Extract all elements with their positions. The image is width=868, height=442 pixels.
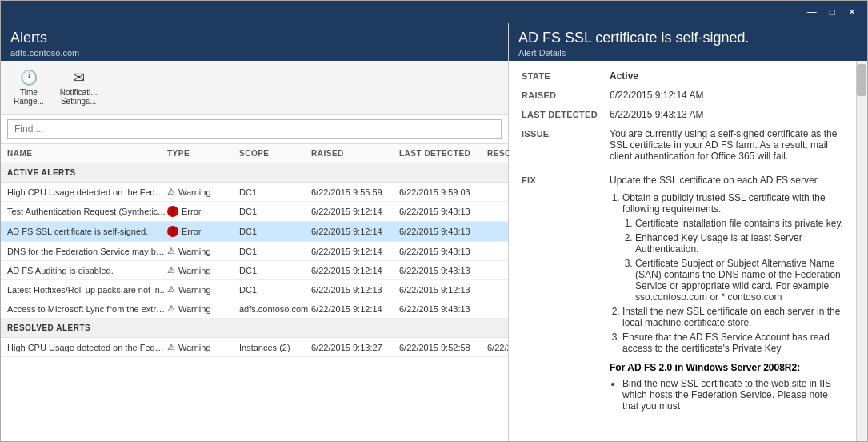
- alert-type-label: Warning: [178, 266, 211, 275]
- fix-bold-header: For AD FS 2.0 in Windows Server 2008R2:: [610, 362, 843, 373]
- alert-scope: DC1: [239, 247, 311, 256]
- alert-type: ⚠Warning: [167, 187, 239, 197]
- active-alert-row[interactable]: DNS for the Federation Service may be...…: [1, 242, 508, 261]
- alert-last-detected: 6/22/2015 9:52:58: [399, 343, 487, 352]
- maximize-button[interactable]: □: [825, 5, 840, 19]
- alert-raised: 6/22/2015 9:13:27: [311, 343, 399, 352]
- toolbar: 🕐 Time Range... ✉ Notificati... Settings…: [1, 61, 508, 115]
- notification-label: Notificati... Settings...: [60, 88, 98, 106]
- title-bar: — □ ✕: [1, 1, 867, 23]
- state-row: STATE Active: [522, 70, 843, 82]
- alert-raised: 6/22/2015 9:55:59: [311, 187, 399, 197]
- scrollbar[interactable]: [856, 61, 867, 441]
- active-alert-row[interactable]: AD FS SSL certificate is self-signed. !E…: [1, 222, 508, 242]
- alert-name: DNS for the Federation Service may be...: [7, 247, 167, 256]
- search-input[interactable]: [7, 119, 502, 139]
- alert-scope: DC1: [239, 285, 311, 295]
- alert-last-detected: 6/22/2015 9:43:13: [399, 227, 487, 236]
- right-panel: AD FS SSL certificate is self-signed. Al…: [509, 23, 867, 441]
- notification-settings-button[interactable]: ✉ Notificati... Settings...: [54, 66, 104, 109]
- active-alert-row[interactable]: Latest Hotfixes/Roll up packs are not in…: [1, 280, 508, 299]
- alert-last-detected: 6/22/2015 9:43:13: [399, 207, 487, 216]
- alert-last-detected: 6/22/2015 9:43:13: [399, 266, 487, 275]
- alert-type: ⚠Warning: [167, 284, 239, 295]
- scrollbar-thumb: [857, 64, 866, 96]
- left-panel-subtitle: adfs.contoso.com: [10, 48, 498, 58]
- fix-sub-1a: Certificate installation file contains i…: [635, 218, 843, 229]
- warning-icon: ⚠: [167, 265, 175, 275]
- alert-name: AD FS SSL certificate is self-signed.: [7, 227, 167, 236]
- fix-bullets: Bind the new SSL certificate to the web …: [622, 378, 843, 412]
- email-icon: ✉: [73, 69, 85, 86]
- fix-step-1: Obtain a publicly trusted SSL certificat…: [622, 192, 843, 303]
- raised-value: 6/22/2015 9:12:14 AM: [610, 90, 843, 101]
- fix-steps-list: Obtain a publicly trusted SSL certificat…: [622, 192, 843, 354]
- alert-type: !Error: [167, 206, 239, 217]
- minimize-button[interactable]: —: [802, 5, 822, 19]
- alert-name: High CPU Usage detected on the Feder...: [7, 343, 167, 352]
- alert-scope: DC1: [239, 266, 311, 275]
- col-type: TYPE: [167, 149, 239, 158]
- active-alert-row[interactable]: AD FS Auditing is disabled. ⚠Warning DC1…: [1, 261, 508, 280]
- main-container: Alerts adfs.contoso.com 🕐 Time Range... …: [1, 23, 867, 441]
- fix-sub-1b: Enhanced Key Usage is at least Server Au…: [635, 232, 843, 255]
- warning-icon: ⚠: [167, 303, 175, 314]
- alert-type-label: Warning: [178, 187, 211, 197]
- alert-raised: 6/22/2015 9:12:14: [311, 304, 399, 314]
- alert-scope: DC1: [239, 227, 311, 236]
- warning-icon: ⚠: [167, 342, 175, 352]
- main-window: — □ ✕ Alerts adfs.contoso.com 🕐 Time Ran…: [0, 0, 868, 442]
- alert-scope: DC1: [239, 207, 311, 216]
- fix-content: Update the SSL certificate on each AD FS…: [610, 175, 843, 415]
- alert-type: ⚠Warning: [167, 265, 239, 275]
- alert-type: !Error: [167, 226, 239, 237]
- warning-icon: ⚠: [167, 284, 175, 295]
- active-alert-row[interactable]: Access to Microsoft Lync from the extra.…: [1, 299, 508, 319]
- issue-value: You are currently using a self-signed ce…: [610, 128, 843, 162]
- col-last-detected: LAST DETECTED: [399, 149, 487, 158]
- table-header: NAME TYPE SCOPE RAISED LAST DETECTED RES…: [1, 144, 508, 163]
- last-detected-label: LAST DETECTED: [522, 109, 610, 120]
- resolved-alerts-list: High CPU Usage detected on the Feder... …: [1, 338, 508, 357]
- raised-row: RAISED 6/22/2015 9:12:14 AM: [522, 90, 843, 101]
- left-panel-title: Alerts: [10, 30, 498, 46]
- detail-subtitle: Alert Details: [518, 48, 858, 58]
- clock-icon: 🕐: [20, 69, 38, 86]
- fix-step-2: Install the new SSL certificate on each …: [622, 306, 843, 328]
- active-alert-row[interactable]: High CPU Usage detected on the Feder... …: [1, 183, 508, 202]
- resolved-alert-row[interactable]: High CPU Usage detected on the Feder... …: [1, 338, 508, 357]
- active-alert-row[interactable]: Test Authentication Request (Synthetic..…: [1, 202, 508, 222]
- alert-name: High CPU Usage detected on the Feder...: [7, 187, 167, 197]
- detail-title: AD FS SSL certificate is self-signed.: [518, 30, 858, 46]
- title-bar-controls: — □ ✕: [802, 5, 861, 19]
- close-button[interactable]: ✕: [843, 5, 861, 19]
- alert-type: ⚠Warning: [167, 342, 239, 352]
- fix-bullet-1: Bind the new SSL certificate to the web …: [622, 378, 843, 412]
- alert-name: Latest Hotfixes/Roll up packs are not in…: [7, 285, 167, 295]
- alert-type: ⚠Warning: [167, 303, 239, 314]
- fix-step-1-text: Obtain a publicly trusted SSL certificat…: [622, 192, 826, 215]
- error-icon: !: [167, 206, 178, 217]
- col-name: NAME: [7, 149, 167, 158]
- alert-type-label: Warning: [178, 304, 211, 314]
- fix-sub-1c: Certificate Subject or Subject Alternati…: [635, 258, 843, 303]
- resolved-alerts-header: RESOLVED ALERTS: [1, 319, 508, 338]
- alert-scope: DC1: [239, 187, 311, 197]
- alert-name: AD FS Auditing is disabled.: [7, 266, 167, 275]
- alert-name: Access to Microsoft Lync from the extra.…: [7, 304, 167, 314]
- alerts-table: ACTIVE ALERTS High CPU Usage detected on…: [1, 163, 508, 441]
- alert-type-label: Error: [182, 207, 201, 216]
- issue-label: ISSUE: [522, 128, 610, 162]
- issue-row: ISSUE You are currently using a self-sig…: [522, 128, 843, 162]
- time-range-button[interactable]: 🕐 Time Range...: [7, 66, 50, 109]
- search-bar: [1, 115, 508, 144]
- alert-type-label: Warning: [178, 285, 211, 295]
- alert-type-label: Warning: [178, 247, 211, 256]
- detail-scrollable[interactable]: STATE Active RAISED 6/22/2015 9:12:14 AM…: [509, 61, 856, 441]
- alert-type-label: Error: [182, 227, 201, 236]
- left-panel: Alerts adfs.contoso.com 🕐 Time Range... …: [1, 23, 509, 441]
- state-label: STATE: [522, 70, 610, 82]
- alert-scope: adfs.contoso.com: [239, 304, 311, 314]
- alert-raised: 6/22/2015 9:12:13: [311, 285, 399, 295]
- alert-raised: 6/22/2015 9:12:14: [311, 247, 399, 256]
